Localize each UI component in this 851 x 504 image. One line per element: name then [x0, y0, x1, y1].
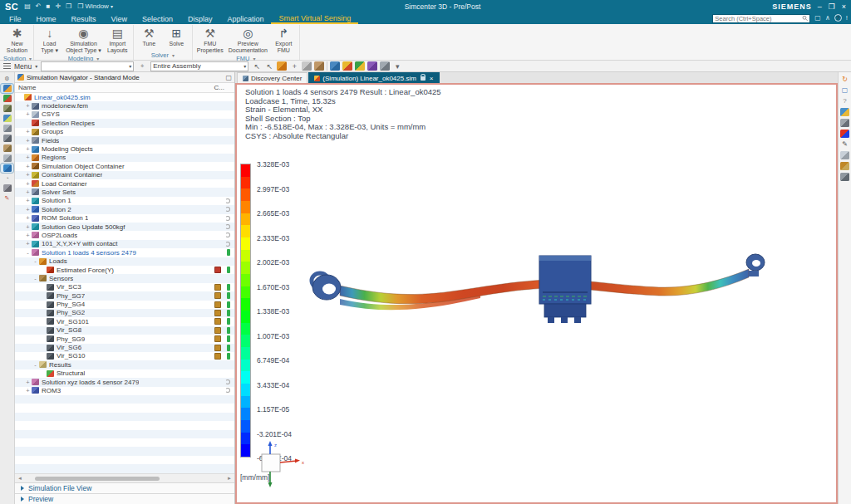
- color-swatch[interactable]: [214, 345, 221, 351]
- expand-icon[interactable]: +: [24, 110, 32, 118]
- tree-item[interactable]: Estimated Force(Y): [15, 266, 234, 274]
- preview-section[interactable]: Preview: [15, 493, 234, 504]
- tree-item[interactable]: Vir_SG10: [15, 352, 234, 360]
- columns-icon[interactable]: [380, 61, 390, 71]
- tree-item[interactable]: +Solver Sets: [15, 188, 234, 196]
- ribbon-tab-results[interactable]: Results: [64, 12, 104, 24]
- help-icon[interactable]: ?: [834, 14, 842, 22]
- expand-icon[interactable]: +: [24, 128, 32, 135]
- save-icon[interactable]: ▤: [24, 2, 31, 10]
- visual-reports-icon[interactable]: ✎: [1, 193, 13, 203]
- select-box-icon[interactable]: ▢: [839, 86, 850, 95]
- clip-icon[interactable]: [1, 134, 13, 143]
- import-layouts-button[interactable]: ▤Import Layouts: [104, 25, 131, 55]
- menu-button[interactable]: Menu: [14, 62, 32, 71]
- expand-icon[interactable]: +: [24, 145, 32, 153]
- table-icon[interactable]: [839, 161, 850, 170]
- copy-document-icon[interactable]: [839, 150, 850, 159]
- collapse-ribbon-icon[interactable]: ∧: [825, 14, 830, 22]
- tree-item[interactable]: +Simulation Object Container: [15, 162, 234, 170]
- history-icon[interactable]: ◔: [1, 174, 13, 183]
- tree-item[interactable]: +ROM Solution 1: [15, 213, 234, 222]
- new-solution-button[interactable]: ✱New Solution: [3, 25, 31, 55]
- scroll-thumb[interactable]: [35, 477, 160, 481]
- preview-documentation-button[interactable]: ◎Preview Documentation: [226, 25, 270, 55]
- column-c[interactable]: C...: [214, 84, 231, 91]
- select-cursor-icon[interactable]: ↖: [252, 61, 262, 71]
- annotate-pen-icon[interactable]: ✎: [839, 139, 850, 149]
- tree-item[interactable]: +modelonew.fem: [15, 101, 234, 110]
- expand-icon[interactable]: +: [24, 223, 32, 231]
- expand-icon[interactable]: +: [24, 197, 32, 204]
- tree-item[interactable]: +Solution 2: [15, 205, 234, 213]
- color-swatch[interactable]: [214, 284, 221, 291]
- scroll-left-icon[interactable]: ◄: [17, 476, 22, 481]
- ribbon-tab-view[interactable]: View: [104, 12, 135, 24]
- tree-item[interactable]: +Modeling Objects: [15, 144, 234, 153]
- tree-item[interactable]: +Solution xyz loads 4 sensor 2479: [15, 378, 234, 386]
- color-swatch[interactable]: [214, 327, 221, 334]
- tree-item[interactable]: Vir_SG6: [15, 343, 234, 351]
- expand-icon[interactable]: +: [24, 206, 32, 213]
- search-icon[interactable]: [802, 15, 808, 22]
- window-switch-icon[interactable]: ❒: [66, 2, 71, 10]
- tree-item[interactable]: -Results: [15, 360, 234, 369]
- snap-point-icon[interactable]: [277, 61, 287, 71]
- shaded-ball-icon[interactable]: [314, 61, 324, 71]
- tree-item[interactable]: +CSYS: [15, 110, 234, 119]
- tree-item[interactable]: Vir_SC3: [15, 283, 234, 291]
- simulation-object-type-button[interactable]: ◉Simulation Object Type ▾: [63, 25, 104, 55]
- leaf-spring-model[interactable]: [302, 244, 771, 340]
- ribbon-tab-selection[interactable]: Selection: [135, 12, 180, 24]
- schematic-navigator-icon[interactable]: [1, 104, 13, 113]
- ribbon-tab-home[interactable]: Home: [29, 12, 64, 24]
- refresh-help-icon[interactable]: ↻: [839, 75, 850, 84]
- post-processing-navigator-icon[interactable]: [1, 94, 13, 103]
- minimize-button[interactable]: –: [818, 2, 822, 11]
- expand-icon[interactable]: +: [24, 180, 32, 188]
- document-tab[interactable]: (Simulation) Linear_ok0425.sim×: [308, 72, 439, 83]
- collapse-icon[interactable]: -: [32, 361, 39, 369]
- expand-icon[interactable]: +: [24, 154, 32, 161]
- graphics-window[interactable]: Solution 1 loads 4 sensors 2479 Result :…: [235, 83, 838, 504]
- tree-item[interactable]: -Sensors: [15, 274, 234, 282]
- layout-grid-icon[interactable]: [1, 124, 13, 133]
- fmu-properties-button[interactable]: ⚒FMU Properties: [194, 25, 226, 55]
- simulation-navigator-icon[interactable]: [1, 84, 13, 93]
- undo-icon[interactable]: ↶: [36, 2, 42, 10]
- tree-item[interactable]: Phy_SG4: [15, 300, 234, 308]
- help-icon[interactable]: ?: [839, 96, 850, 105]
- group-label[interactable]: Solver▾: [135, 51, 190, 60]
- snap-add-icon[interactable]: +: [289, 61, 299, 71]
- column-name[interactable]: Name: [18, 84, 36, 91]
- snapshot-icon[interactable]: [839, 107, 850, 116]
- tree-item[interactable]: +101_X,Y,X+Y with contact: [15, 240, 234, 248]
- expand-icon[interactable]: +: [24, 379, 32, 386]
- tree-item[interactable]: Phy_SG9: [15, 335, 234, 343]
- restore-button[interactable]: ❐: [829, 2, 835, 11]
- tree-item[interactable]: +Load Container: [15, 179, 234, 188]
- expand-icon[interactable]: +: [24, 232, 32, 239]
- color-swatch[interactable]: [214, 301, 221, 308]
- expand-icon[interactable]: +: [24, 163, 32, 170]
- export-fmu-button[interactable]: ↱Export FMU: [270, 25, 298, 55]
- tree-item[interactable]: +OSP2Loads: [15, 231, 234, 239]
- window-menu[interactable]: ❒Window▾: [77, 2, 113, 10]
- tune-button[interactable]: ⚒Tune: [135, 25, 163, 48]
- sphere-icon[interactable]: [302, 61, 312, 71]
- collapse-icon[interactable]: -: [32, 257, 39, 265]
- color-swatch[interactable]: [214, 335, 221, 342]
- scroll-right-icon[interactable]: ►: [227, 476, 232, 481]
- view-window-icon[interactable]: [330, 61, 340, 71]
- collapse-icon[interactable]: -: [32, 275, 39, 282]
- ribbon-tab-smart-virtual-sensing[interactable]: Smart Virtual Sensing: [271, 12, 358, 24]
- color-swatch[interactable]: [214, 267, 221, 273]
- animation-icon[interactable]: [355, 61, 365, 71]
- apps-icon[interactable]: [1, 183, 13, 193]
- tree-item[interactable]: Selection Recipes: [15, 119, 234, 127]
- result-colors-icon[interactable]: [342, 61, 352, 71]
- collapse-icon[interactable]: -: [24, 249, 32, 257]
- more-dropdown[interactable]: ▾: [392, 61, 402, 71]
- tree-item[interactable]: Linear_ok0425.sim: [15, 93, 234, 101]
- color-swatch[interactable]: [214, 292, 221, 299]
